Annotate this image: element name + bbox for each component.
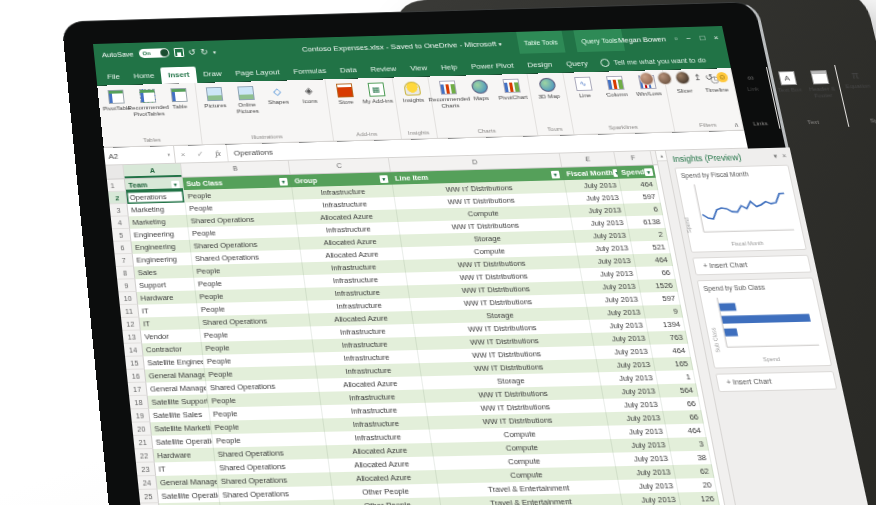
cell-spend[interactable]: 1394: [646, 318, 686, 332]
ribbon-tab[interactable]: Insert: [160, 67, 197, 84]
cell-spend[interactable]: 9: [643, 305, 683, 319]
cell-spend[interactable]: 464: [634, 253, 674, 267]
row-number[interactable]: 13: [122, 330, 142, 343]
filter-dropdown-icon[interactable]: ▾: [279, 177, 288, 185]
row-number[interactable]: 5: [112, 229, 131, 242]
cell-team[interactable]: Hardware: [153, 448, 215, 463]
row-number[interactable]: 12: [121, 318, 141, 331]
filter-dropdown-icon[interactable]: ▾: [379, 175, 388, 183]
select-all-corner[interactable]: [105, 165, 124, 179]
user-name[interactable]: Megan Bowen: [617, 34, 666, 44]
cell-spend[interactable]: 2: [629, 228, 668, 242]
history-icon[interactable]: ↺: [704, 72, 713, 81]
ribbon-button[interactable]: ◇ Shapes: [261, 83, 295, 106]
row-number[interactable]: 7: [115, 254, 134, 267]
cell-spend[interactable]: 38: [671, 451, 712, 465]
share-icon[interactable]: ↥: [693, 73, 702, 82]
column-letter[interactable]: F: [614, 151, 653, 165]
insights-card-line-chart[interactable]: Spend by Fiscal Month Spend Fiscal Month: [674, 165, 807, 253]
redo-button[interactable]: ↻: [200, 47, 208, 56]
ribbon-button[interactable]: Recommended Charts: [431, 78, 467, 109]
row-number[interactable]: 16: [126, 369, 146, 383]
quick-access-more-button[interactable]: ▾: [212, 48, 216, 54]
cell-fiscal-month[interactable]: July 2013: [606, 411, 665, 426]
cell-team[interactable]: Satellite Sales: [149, 408, 211, 423]
ribbon-tab[interactable]: Home: [126, 68, 162, 85]
ribbon-tab[interactable]: View: [402, 60, 435, 77]
ribbon-button[interactable]: ◈ Icons: [292, 82, 326, 105]
maximize-button[interactable]: □: [699, 33, 706, 41]
cell-fiscal-month[interactable]: July 2013: [609, 424, 669, 439]
row-number[interactable]: 20: [132, 422, 152, 436]
cell-team[interactable]: IT: [155, 461, 217, 476]
ribbon-tab[interactable]: Page Layout: [227, 64, 287, 82]
cell-team[interactable]: Satellite Marketing: [151, 421, 213, 436]
ribbon-button[interactable]: Online Pictures: [229, 84, 263, 115]
ribbon-tab[interactable]: Query: [558, 55, 597, 73]
ribbon-tab[interactable]: Help: [433, 59, 466, 76]
avatar[interactable]: [638, 72, 655, 85]
ribbon-tab[interactable]: File: [100, 69, 128, 86]
row-number[interactable]: 14: [124, 343, 144, 356]
cell-spend[interactable]: 6: [624, 203, 663, 216]
cell-spend[interactable]: 126: [679, 492, 720, 505]
row-number[interactable]: 24: [137, 476, 157, 490]
ribbon-button[interactable]: A Text Box: [770, 69, 806, 94]
cell-spend[interactable]: 3: [668, 437, 709, 451]
cell-fiscal-month[interactable]: July 2013: [616, 465, 676, 480]
ribbon-tab[interactable]: Review: [362, 61, 404, 79]
cell-group[interactable]: Other People: [334, 497, 442, 505]
cell-spend[interactable]: 66: [663, 410, 704, 424]
avatar[interactable]: [656, 72, 673, 85]
ribbon-button[interactable]: 3D Map: [530, 76, 565, 101]
ribbon-button[interactable]: Recommended PivotTables: [131, 87, 165, 117]
column-letter[interactable]: E: [560, 152, 617, 167]
cell-spend[interactable]: 66: [636, 266, 676, 280]
row-number[interactable]: 18: [129, 396, 149, 410]
cell-team[interactable]: Satellite Support: [148, 394, 209, 409]
row-number[interactable]: 15: [125, 356, 145, 369]
row-number[interactable]: 9: [117, 279, 137, 292]
insert-chart-button[interactable]: + Insert Chart: [715, 371, 837, 392]
row-number[interactable]: 6: [113, 241, 132, 254]
autosave-toggle[interactable]: On: [138, 48, 169, 58]
ribbon-button[interactable]: Header & Footer: [802, 68, 840, 99]
insert-function-button[interactable]: fx: [215, 149, 222, 158]
cell-spend[interactable]: 165: [653, 357, 693, 371]
ribbon-button[interactable]: Insights: [395, 79, 429, 103]
cell-team[interactable]: General Managem: [146, 381, 207, 396]
cell-spend[interactable]: 521: [631, 241, 670, 255]
ribbon-display-options-button[interactable]: ▫: [674, 34, 678, 42]
filter-dropdown-icon[interactable]: ▾: [171, 180, 180, 188]
ribbon-button[interactable]: ∞ Link: [734, 70, 770, 93]
cell-team[interactable]: General Managem: [156, 475, 218, 490]
name-box[interactable]: A2 ▾: [104, 146, 176, 165]
undo-button[interactable]: ↺: [188, 47, 196, 56]
row-number[interactable]: 8: [116, 267, 136, 280]
minimize-button[interactable]: −: [685, 34, 691, 42]
cell-fiscal-month[interactable]: July 2013: [585, 293, 643, 307]
row-number[interactable]: 19: [130, 409, 150, 423]
cell-fiscal-month[interactable]: July 2013: [590, 318, 649, 332]
ribbon-button[interactable]: ▦ My Add-ins: [359, 80, 393, 104]
ribbon-button[interactable]: Pictures: [198, 85, 231, 109]
row-number[interactable]: 22: [135, 449, 155, 463]
close-button[interactable]: ×: [713, 33, 719, 41]
save-button[interactable]: [173, 48, 184, 57]
cell-fiscal-month[interactable]: July 2013: [599, 371, 658, 386]
cell-spend[interactable]: 66: [661, 397, 702, 411]
cell-fiscal-month[interactable]: July 2013: [601, 384, 660, 399]
cell-fiscal-month[interactable]: July 2013: [621, 492, 681, 505]
ribbon-tab[interactable]: Formulas: [285, 63, 334, 81]
filter-dropdown-icon[interactable]: ▾: [644, 168, 654, 176]
cell-fiscal-month[interactable]: July 2013: [618, 479, 678, 494]
cell-fiscal-month[interactable]: July 2013: [592, 332, 651, 346]
panel-options-caret-icon[interactable]: ▾: [773, 153, 778, 161]
cell-spend[interactable]: 1: [656, 370, 696, 384]
cancel-entry-button[interactable]: ×: [180, 150, 186, 159]
row-number[interactable]: 3: [109, 204, 128, 217]
insights-card-bar-chart[interactable]: Spend by Sub Class Sub Class Spend: [697, 277, 832, 368]
cell-team[interactable]: Satellite Operatior: [152, 434, 214, 449]
cell-spend[interactable]: 763: [648, 331, 688, 345]
cell-spend[interactable]: 464: [651, 344, 691, 358]
